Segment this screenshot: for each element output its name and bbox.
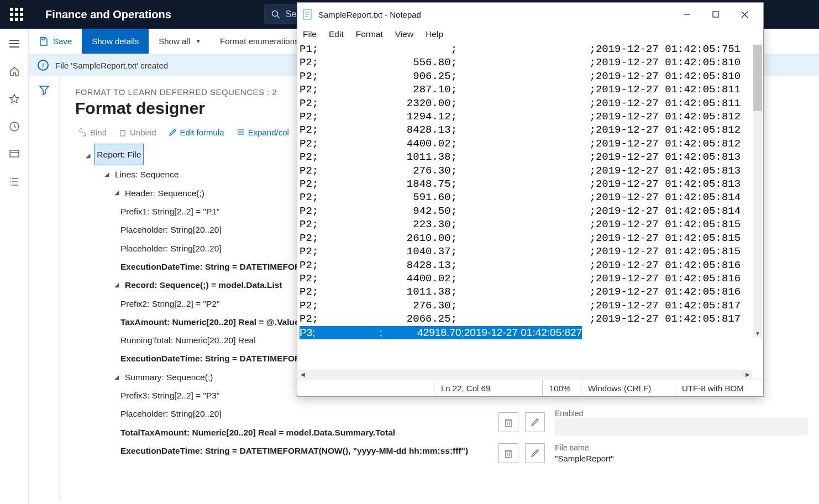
filter-column <box>29 76 60 502</box>
caret-icon[interactable]: ◢ <box>84 149 92 162</box>
info-icon: i <box>38 60 49 71</box>
notepad-title: SampleReport.txt - Notepad <box>318 10 421 19</box>
delete-button[interactable] <box>498 412 518 432</box>
close-button[interactable] <box>730 3 759 25</box>
show-details-button[interactable]: Show details <box>82 29 149 54</box>
svg-rect-12 <box>120 130 125 136</box>
notepad-menubar: File Edit Format View Help <box>297 26 763 43</box>
status-eol: Windows (CRLF) <box>581 380 675 396</box>
format-enum-button[interactable]: Format enumerations <box>210 29 309 54</box>
svg-rect-11 <box>42 38 45 40</box>
svg-rect-21 <box>506 451 511 458</box>
edit-button[interactable] <box>525 412 545 432</box>
svg-point-0 <box>272 11 277 17</box>
delete-button[interactable] <box>498 443 518 463</box>
recent-icon[interactable] <box>8 120 20 133</box>
filename-value: "SampleReport" <box>555 454 808 463</box>
status-zoom: 100% <box>542 380 581 396</box>
caret-icon[interactable]: ◢ <box>113 186 120 200</box>
svg-line-1 <box>277 16 280 19</box>
workspace-icon[interactable] <box>8 148 20 160</box>
status-position: Ln 22, Col 69 <box>434 380 542 396</box>
expand-collapse-button[interactable]: Expand/col <box>237 128 289 137</box>
menu-icon[interactable] <box>8 38 20 50</box>
app-brand: Finance and Operations <box>45 8 171 21</box>
menu-view[interactable]: View <box>395 29 413 39</box>
enabled-label: Enabled <box>555 409 808 418</box>
menu-edit[interactable]: Edit <box>329 29 344 39</box>
chevron-down-icon: ▾ <box>197 38 200 45</box>
horizontal-scrollbar[interactable]: ◀▶ <box>298 370 752 379</box>
edit-button[interactable] <box>525 443 545 463</box>
bind-button[interactable]: Bind <box>78 128 107 137</box>
modules-icon[interactable] <box>8 176 20 188</box>
properties-panel: Enabled File name "SampleReport" <box>498 409 808 471</box>
notepad-icon <box>302 8 313 21</box>
star-icon[interactable] <box>8 93 20 105</box>
menu-format[interactable]: Format <box>356 29 383 39</box>
menu-file[interactable]: File <box>303 29 317 39</box>
edit-formula-button[interactable]: Edit formula <box>169 128 224 137</box>
filter-icon[interactable] <box>38 84 50 502</box>
notepad-text-area[interactable]: P1; ; ;2019-12-27 01:42:05:751 P2; 556.8… <box>297 43 763 380</box>
left-rail <box>0 29 29 504</box>
save-button[interactable]: Save <box>29 29 82 54</box>
caret-icon[interactable]: ◢ <box>113 371 120 384</box>
minimize-button[interactable] <box>673 3 701 25</box>
scroll-down-icon[interactable]: ▼ <box>753 329 762 338</box>
scroll-thumb[interactable] <box>753 45 762 111</box>
notepad-statusbar: Ln 22, Col 69 100% Windows (CRLF) UTF-8 … <box>297 380 763 396</box>
scroll-right-icon[interactable]: ▶ <box>743 370 752 379</box>
search-icon <box>271 10 280 19</box>
filename-label: File name <box>555 443 808 452</box>
status-encoding: UTF-8 with BOM <box>675 380 763 396</box>
tree-node-report[interactable]: Report: File <box>94 144 144 165</box>
enabled-field[interactable] <box>555 418 808 435</box>
scroll-left-icon[interactable]: ◀ <box>298 370 307 379</box>
save-label: Save <box>53 36 72 46</box>
unbind-button[interactable]: Unbind <box>119 128 156 137</box>
caret-icon[interactable]: ◢ <box>113 279 120 292</box>
show-all-button[interactable]: Show all▾ <box>149 29 210 54</box>
home-icon[interactable] <box>8 65 20 77</box>
notepad-window: SampleReport.txt - Notepad File Edit For… <box>297 2 764 397</box>
notepad-titlebar[interactable]: SampleReport.txt - Notepad <box>297 3 763 26</box>
svg-rect-3 <box>10 150 19 157</box>
info-message: File 'SampleReport.txt' created <box>55 61 168 70</box>
app-launcher-icon[interactable] <box>10 8 23 21</box>
vertical-scrollbar[interactable]: ▲▼ <box>753 45 762 338</box>
menu-help[interactable]: Help <box>426 29 443 39</box>
svg-rect-17 <box>506 420 511 427</box>
caret-icon[interactable]: ◢ <box>103 168 111 181</box>
maximize-button[interactable] <box>701 3 730 25</box>
svg-rect-30 <box>713 12 718 17</box>
